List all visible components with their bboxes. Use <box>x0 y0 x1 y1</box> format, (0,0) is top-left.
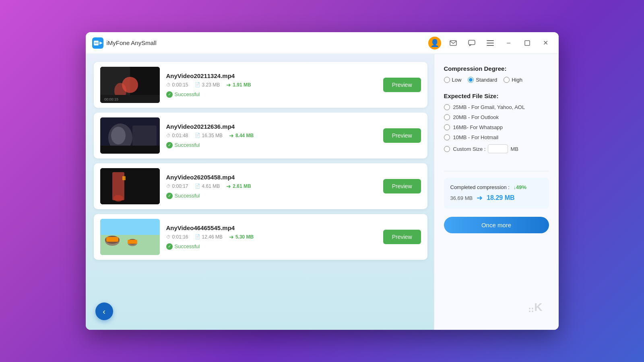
mail-button[interactable] <box>447 37 460 49</box>
file-size-section: Expected File Size: 25MB - For Gmail, Ya… <box>444 93 549 153</box>
chat-button[interactable] <box>465 37 478 49</box>
svg-rect-24 <box>122 176 126 180</box>
file-icon-1: 📄 <box>195 82 200 87</box>
video-meta-1: ⏱ 0:00:15 📄 3.23 MB ➜ 1.91 MB <box>166 82 377 88</box>
menu-button[interactable] <box>484 37 497 49</box>
status-2: ✓ Successful <box>166 142 377 148</box>
high-radio[interactable] <box>504 77 510 83</box>
watermark-letter: K <box>534 301 542 314</box>
size-after-1: ➜ 1.91 MB <box>226 82 251 88</box>
size-after-3: ➜ 2.61 MB <box>226 183 251 189</box>
svg-rect-30 <box>106 237 118 242</box>
video-thumb-1: 00:00:15 <box>100 67 160 103</box>
svg-rect-6 <box>487 40 494 41</box>
size-before-3: 📄 4.61 MB <box>195 183 220 189</box>
result-compressed: 18.29 MB <box>487 194 514 202</box>
duration-1: ⏱ 0:00:15 <box>166 82 188 88</box>
watermark: K <box>529 301 542 314</box>
svg-rect-8 <box>487 45 494 46</box>
arrow-icon-2: ➜ <box>229 132 234 139</box>
app-title: iMyFone AnySmall <box>107 39 157 46</box>
back-button[interactable]: ‹ <box>95 302 113 320</box>
size-after-4: ➜ 5.30 MB <box>229 234 254 240</box>
video-meta-2: ⏱ 0:01:48 📄 16.35 MB ➜ 8.44 MB <box>166 132 377 139</box>
svg-text:00:00:15: 00:00:15 <box>104 97 118 101</box>
svg-rect-20 <box>100 146 160 154</box>
svg-rect-7 <box>487 43 494 43</box>
file-icon-4: 📄 <box>195 234 200 239</box>
custom-size-row: Custom Size : MB <box>453 144 518 153</box>
divider <box>444 171 549 171</box>
size-custom[interactable]: Custom Size : MB <box>444 144 549 153</box>
compression-degree-title: Compression Degree: <box>444 65 549 72</box>
preview-button-2[interactable]: Preview <box>383 128 421 143</box>
video-thumb-3 <box>100 168 160 204</box>
size-16mb-radio[interactable] <box>444 124 450 130</box>
svg-rect-33 <box>128 240 137 244</box>
preview-button-3[interactable]: Preview <box>383 179 421 193</box>
check-icon-4: ✓ <box>166 243 173 250</box>
duration-3: ⏱ 0:00:17 <box>166 183 188 189</box>
svg-point-23 <box>114 195 123 202</box>
svg-rect-5 <box>469 40 475 45</box>
size-before-2: 📄 16.35 MB <box>195 133 223 138</box>
video-info-3: AnyVideo26205458.mp4 ⏱ 0:00:17 📄 4.61 MB… <box>166 174 377 199</box>
size-20mb-radio[interactable] <box>444 114 450 120</box>
video-card-4: AnyVideo46465545.mp4 ⏱ 0:01:16 📄 12.46 M… <box>94 214 427 260</box>
size-25mb-radio[interactable] <box>444 104 450 110</box>
arrow-icon-4: ➜ <box>229 234 234 240</box>
video-info-1: AnyVideo20211324.mp4 ⏱ 0:00:15 📄 3.23 MB… <box>166 72 377 98</box>
file-size-list: 25MB - For Gmail, Yahoo, AOL 20MB - For … <box>444 104 549 153</box>
video-info-4: AnyVideo46465545.mp4 ⏱ 0:01:16 📄 12.46 M… <box>166 224 377 250</box>
app-logo: iMyFone AnySmall <box>92 37 157 49</box>
size-before-4: 📄 12.46 MB <box>195 234 223 240</box>
maximize-button[interactable] <box>521 37 534 49</box>
close-button[interactable]: ✕ <box>539 37 552 49</box>
size-after-2: ➜ 8.44 MB <box>229 132 254 139</box>
video-meta-3: ⏱ 0:00:17 📄 4.61 MB ➜ 2.61 MB <box>166 183 377 189</box>
clock-icon-3: ⏱ <box>166 184 171 189</box>
preview-button-1[interactable]: Preview <box>383 78 421 92</box>
check-icon-1: ✓ <box>166 91 173 98</box>
status-3: ✓ Successful <box>166 193 377 199</box>
size-10mb-radio[interactable] <box>444 134 450 140</box>
svg-rect-4 <box>450 41 456 45</box>
titlebar-controls: 👤 − ✕ <box>428 37 552 49</box>
video-name-4: AnyVideo46465545.mp4 <box>166 224 377 231</box>
low-radio[interactable] <box>444 77 450 83</box>
custom-size-input[interactable] <box>488 144 508 153</box>
video-thumb-4 <box>100 219 160 255</box>
clock-icon-2: ⏱ <box>166 133 171 138</box>
size-16mb[interactable]: 16MB- For Whatsapp <box>444 124 549 130</box>
once-more-button[interactable]: Once more <box>444 217 549 233</box>
clock-icon-4: ⏱ <box>166 234 171 239</box>
size-custom-radio[interactable] <box>444 146 450 152</box>
file-icon-3: 📄 <box>195 183 200 189</box>
size-25mb[interactable]: 25MB - For Gmail, Yahoo, AOL <box>444 104 549 110</box>
result-sizes: 36.69 MB ➜ 18.29 MB <box>450 193 543 202</box>
low-option[interactable]: Low <box>444 77 462 83</box>
video-card-3: AnyVideo26205458.mp4 ⏱ 0:00:17 📄 4.61 MB… <box>94 163 427 209</box>
settings-panel: Compression Degree: Low Standard High Ex… <box>434 54 559 330</box>
standard-radio[interactable] <box>468 77 474 83</box>
size-10mb[interactable]: 10MB - For Hotmail <box>444 134 549 140</box>
size-20mb[interactable]: 20MB - For Outlook <box>444 114 549 120</box>
preview-button-4[interactable]: Preview <box>383 230 421 244</box>
main-content: 00:00:15 AnyVideo20211324.mp4 ⏱ 0:00:15 … <box>86 54 559 330</box>
minimize-button[interactable]: − <box>502 37 515 49</box>
video-card-1: 00:00:15 AnyVideo20211324.mp4 ⏱ 0:00:15 … <box>94 62 427 108</box>
avatar-button[interactable]: 👤 <box>428 37 441 49</box>
standard-option[interactable]: Standard <box>468 77 497 83</box>
file-size-title: Expected File Size: <box>444 93 549 99</box>
duration-2: ⏱ 0:01:48 <box>166 133 188 138</box>
status-4: ✓ Successful <box>166 243 377 250</box>
video-name-3: AnyVideo26205458.mp4 <box>166 174 377 181</box>
check-icon-3: ✓ <box>166 193 173 199</box>
compression-result: Completed compression : ↓49% 36.69 MB ➜ … <box>444 178 549 209</box>
high-option[interactable]: High <box>504 77 522 83</box>
video-info-2: AnyVideo20212636.mp4 ⏱ 0:01:48 📄 16.35 M… <box>166 123 377 148</box>
duration-4: ⏱ 0:01:16 <box>166 234 188 240</box>
file-icon-2: 📄 <box>195 133 200 138</box>
arrow-icon-1: ➜ <box>226 82 231 88</box>
result-percent: ↓49% <box>514 184 527 190</box>
